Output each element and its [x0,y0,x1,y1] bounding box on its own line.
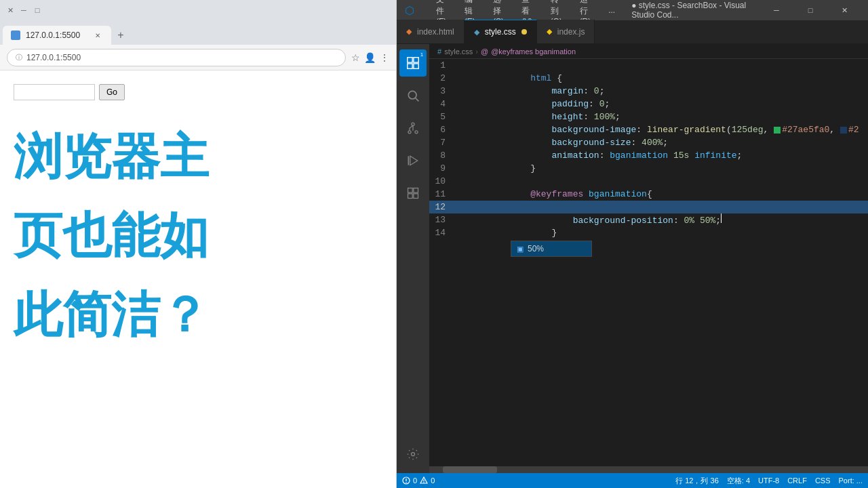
code-editor[interactable]: 1 html { 2 margin: 0; 3 [429,59,868,466]
search-activity-icon[interactable] [399,82,427,109]
window-maximize-button[interactable]: □ [33,5,42,15]
activity-bar: 1 [397,44,429,473]
svg-rect-0 [408,58,412,62]
autocomplete-item-label: 50% [528,244,544,253]
window-close-button[interactable]: ✕ [5,5,15,15]
status-encoding[interactable]: UTF-8 [758,476,779,486]
svg-point-6 [412,123,414,125]
svg-point-8 [415,131,418,134]
svg-rect-1 [414,58,418,62]
svg-point-15 [412,453,415,456]
browser-content: Go 浏览器主 页也能如 此简洁？ [0,70,396,488]
line-number-6: 6 [429,123,456,136]
chinese-heading-3: 此简洁？ [14,285,382,344]
go-button[interactable]: Go [99,84,125,100]
svg-rect-3 [414,64,418,68]
svg-point-4 [408,91,416,99]
tab-js-label: index.js [557,27,585,37]
code-line-1: 1 html { [429,59,868,72]
tab-style-css[interactable]: ◆ style.css [465,20,537,43]
code-line-6: 6 background-size: 400%; [429,123,868,136]
line-number-8: 8 [429,149,456,162]
breadcrumb-file: # style.css [437,47,473,56]
search-row: Go [14,84,382,100]
status-line-col[interactable]: 行 12，列 36 [675,476,719,486]
code-line-5: 5 background-image: linear-gradient(125d… [429,110,868,123]
address-bar[interactable]: ⓘ 127.0.0.1:5500 [7,49,346,66]
autocomplete-item-50[interactable]: ▣ 50% [511,241,591,256]
tab-close-button[interactable]: ✕ [92,30,103,41]
browser-titlebar: ✕ ─ □ [0,0,396,20]
code-line-14: 14 } [429,226,868,239]
svg-rect-2 [408,64,412,68]
svg-point-21 [423,482,425,483]
breadcrumb-separator: › [475,47,478,56]
tab-css-label: style.css [485,27,516,37]
scrollbar-thumb[interactable] [443,466,497,473]
status-bar: 0 0 行 12，列 36 空格: 4 UTF-8 CRLF CSS Port:… [397,473,868,488]
svg-rect-13 [408,194,413,199]
tab-index-html[interactable]: ◆ index.html [397,20,465,43]
search-input[interactable] [14,84,95,100]
bookmark-icon[interactable]: ☆ [351,52,360,63]
code-area[interactable]: 1 html { 2 margin: 0; 3 [429,59,868,466]
status-port[interactable]: Port: ... [839,476,863,486]
code-line-10: 10 @keyframes bganimation{ [429,175,868,188]
line-number-4: 4 [429,98,456,110]
css-breadcrumb-icon: # [437,47,441,56]
vscode-panel: ⬡ 文件(F) 编辑(E) 选择(S) 查看(V) 转到(G) 运行(R) ..… [397,0,868,488]
tab-label: 127.0.0.1:5500 [26,30,80,40]
vscode-minimize-button[interactable]: ─ [761,0,792,20]
line-number-12: 12 [429,201,456,214]
explorer-icon[interactable]: 1 [399,49,427,77]
vscode-close-button[interactable]: ✕ [829,0,860,20]
code-line-12: 12 background-position: 0% 50%; [429,201,868,214]
horizontal-scrollbar[interactable] [429,466,868,473]
line-number-7: 7 [429,136,456,149]
status-language[interactable]: CSS [815,476,831,486]
run-icon[interactable] [399,147,427,174]
vscode-window-controls: ─ □ ✕ [761,0,860,20]
vscode-maximize-button[interactable]: □ [795,0,826,20]
code-line-11: 11 0%{ [429,188,868,201]
js-file-icon: ◆ [547,27,552,36]
status-spaces[interactable]: 空格: 4 [727,476,750,486]
line-number-10: 10 [429,175,456,188]
status-line-ending[interactable]: CRLF [787,476,807,486]
line-number-2: 2 [429,72,456,85]
line-number-5: 5 [429,110,456,123]
code-line-13: 13 } [429,214,868,226]
menu-more[interactable]: ... [603,4,620,16]
code-line-2: 2 margin: 0; [429,72,868,85]
extensions-icon[interactable] [399,180,427,207]
error-count: 0 [413,476,417,485]
line-number-1: 1 [429,59,456,72]
browser-tab-active[interactable]: 127.0.0.1:5500 ✕ [3,26,111,45]
settings-activity-icon[interactable] [399,441,427,468]
new-tab-button[interactable]: + [111,26,130,45]
address-text: 127.0.0.1:5500 [26,53,81,62]
profile-icon[interactable]: 👤 [364,52,376,63]
source-control-icon[interactable] [399,115,427,142]
lock-icon: ⓘ [16,53,22,62]
svg-point-18 [406,482,407,483]
code-line-7: 7 animation: bganimation 15s infinite; [429,136,868,149]
code-line-4: 4 height: 100%; [429,98,868,110]
svg-marker-9 [410,156,418,165]
breadcrumb: # style.css › @ @keyframes bganimation [429,44,868,59]
editor-main: 1 [397,44,868,473]
browser-panel: ✕ ─ □ 127.0.0.1:5500 ✕ + ⓘ 127.0.0.1:550… [0,0,397,488]
autocomplete-item-icon: ▣ [517,245,524,253]
svg-rect-12 [414,188,418,193]
chinese-heading-1: 浏览器主 [14,127,382,186]
window-minimize-button[interactable]: ─ [19,5,28,15]
window-controls: ✕ ─ □ [5,5,42,15]
html-file-icon: ◆ [406,27,412,36]
unsaved-indicator [521,29,527,35]
breadcrumb-section: @ @keyframes bganimation [481,47,576,56]
tab-index-js[interactable]: ◆ index.js [537,20,595,43]
autocomplete-popup[interactable]: ▣ 50% [511,241,592,257]
vscode-window-title: ● style.css - SearchBox - Visual Studio … [631,1,750,20]
menu-icon[interactable]: ⋮ [380,52,389,63]
status-errors[interactable]: 0 0 [402,476,435,485]
